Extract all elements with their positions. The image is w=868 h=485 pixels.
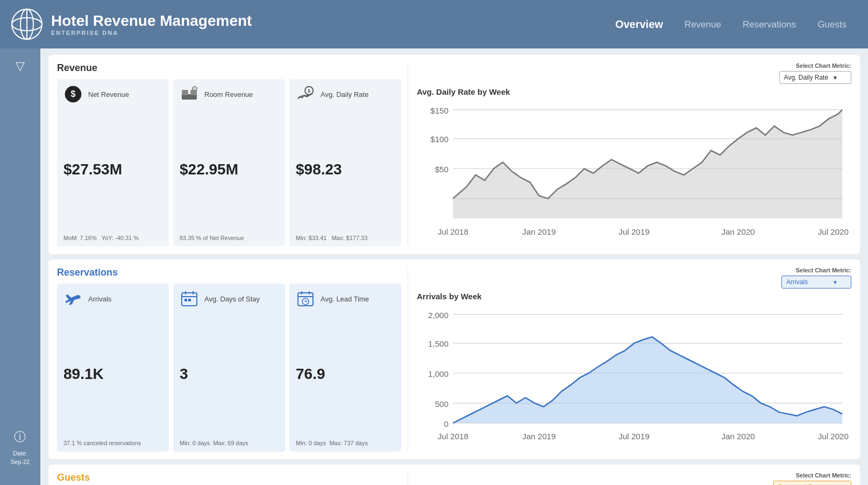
- bed-icon: $: [180, 85, 199, 104]
- avg-lead-card: Avg. Lead Time 76.9 Min: 0 days Max: 737…: [289, 284, 401, 451]
- calendar-clock-icon: [296, 289, 315, 308]
- info-icon[interactable]: ⓘ: [14, 429, 26, 445]
- dollar-icon: $: [63, 85, 83, 104]
- svg-rect-7: [182, 90, 188, 95]
- guests-title: Guests: [57, 472, 401, 483]
- nav-revenue[interactable]: Revenue: [685, 19, 721, 30]
- avg-daily-rate-header: $ Avg. Daily Rate: [296, 85, 395, 104]
- svg-text:Jan 2019: Jan 2019: [522, 432, 556, 441]
- avg-stay-header: Avg. Days of Stay: [180, 289, 279, 308]
- hand-dollar-icon: $: [296, 85, 315, 104]
- guests-metric-select: Select Chart Metric: Repeated Guests ▼: [773, 472, 851, 485]
- svg-text:$: $: [308, 88, 310, 94]
- svg-text:Jul 2019: Jul 2019: [618, 227, 649, 236]
- sidebar: ▽ ⓘ Date: Sep-22: [0, 48, 40, 485]
- reservations-section: Reservations Arrivals 89.1K: [48, 259, 860, 459]
- reservations-dropdown-arrow: ▼: [833, 279, 838, 285]
- net-revenue-card: $ Net Revenue $27.53M MoM: 7.16% YoY: -4…: [57, 79, 169, 247]
- reservations-dropdown[interactable]: Arrivals ▼: [781, 276, 851, 289]
- revenue-chart-top: Select Chart Metric: Avg. Daily Rate ▼: [417, 62, 851, 84]
- calendar-days-icon: [180, 289, 199, 308]
- avg-lead-value: 76.9: [296, 365, 395, 383]
- reservations-select-label: Select Chart Metric:: [796, 267, 851, 273]
- header: Hotel Revenue Management ENTERPRISE DNA …: [0, 0, 868, 48]
- svg-rect-29: [184, 299, 187, 301]
- svg-text:Jul 2020: Jul 2020: [818, 432, 849, 441]
- reservations-right: Select Chart Metric: Arrivals ▼ Arrivals…: [408, 267, 851, 451]
- logo: [11, 8, 43, 40]
- sidebar-bottom: ⓘ Date: Sep-22: [11, 429, 30, 474]
- revenue-select-label: Select Chart Metric:: [796, 62, 851, 69]
- reservations-chart: 2,000 1,500 1,000 500 0 Jul 2018 Jan 201…: [417, 304, 851, 451]
- guests-select-label: Select Chart Metric:: [796, 472, 851, 479]
- room-revenue-header: $ Room Revenue: [180, 85, 279, 104]
- reservations-left: Reservations Arrivals 89.1K: [57, 267, 401, 451]
- svg-text:0: 0: [444, 419, 448, 428]
- avg-stay-card: Avg. Days of Stay 3 Min: 0 days Max: 69 …: [173, 284, 285, 451]
- room-revenue-sub: 83.35 % of Net Revenue: [180, 235, 279, 241]
- svg-text:2,000: 2,000: [428, 311, 449, 320]
- net-revenue-sub: MoM: 7.16% YoY: -40.31 %: [63, 235, 162, 241]
- revenue-chart: $150 $100 $50 Jul 2018 Jan 2019 Jul 2019…: [417, 100, 851, 247]
- avg-daily-rate-sub: Min: $33.41 Max: $177.33: [296, 235, 395, 241]
- guests-section: Guests: [48, 465, 860, 485]
- avg-daily-rate-label: Avg. Daily Rate: [321, 90, 368, 99]
- avg-lead-label: Avg. Lead Time: [321, 295, 369, 303]
- svg-rect-31: [298, 293, 313, 306]
- arrivals-header: Arrivals: [63, 289, 162, 308]
- nav-reservations[interactable]: Reservations: [743, 19, 796, 30]
- app-subtitle: ENTERPRISE DNA: [51, 30, 252, 36]
- svg-text:Jan 2020: Jan 2020: [721, 227, 755, 236]
- room-revenue-value: $22.95M: [180, 161, 279, 178]
- revenue-chart-title: Avg. Daily Rate by Week: [417, 87, 851, 96]
- filter-icon[interactable]: ▽: [16, 59, 25, 73]
- reservations-chart-title: Arrivals by Week: [417, 292, 851, 301]
- svg-text:Jul 2020: Jul 2020: [818, 227, 849, 236]
- net-revenue-header: $ Net Revenue: [63, 85, 162, 104]
- svg-rect-30: [188, 299, 191, 301]
- svg-text:Jan 2020: Jan 2020: [721, 432, 755, 441]
- guests-dropdown[interactable]: Repeated Guests ▼: [773, 481, 851, 485]
- avg-stay-value: 3: [180, 365, 279, 383]
- revenue-metric-select: Select Chart Metric: Avg. Daily Rate ▼: [779, 62, 851, 84]
- reservations-title: Reservations: [57, 267, 401, 278]
- svg-text:Jul 2019: Jul 2019: [618, 432, 649, 441]
- room-revenue-label: Room Revenue: [204, 90, 253, 99]
- revenue-dropdown[interactable]: Avg. Daily Rate ▼: [779, 71, 851, 84]
- main-content: Revenue $ Net Revenue: [40, 48, 868, 485]
- header-title-block: Hotel Revenue Management ENTERPRISE DNA: [51, 12, 252, 36]
- svg-text:Jul 2018: Jul 2018: [438, 227, 468, 236]
- reservations-metric-select: Select Chart Metric: Arrivals ▼: [781, 267, 851, 289]
- arrivals-card: Arrivals 89.1K 37.1 % canceled reservati…: [57, 284, 169, 451]
- revenue-right: Select Chart Metric: Avg. Daily Rate ▼ A…: [408, 62, 851, 247]
- main-nav: Overview Revenue Reservations Guests: [615, 18, 846, 31]
- guests-right: Select Chart Metric: Repeated Guests ▼ R…: [408, 472, 851, 485]
- revenue-section: Revenue $ Net Revenue: [48, 55, 860, 254]
- revenue-title: Revenue: [57, 62, 401, 74]
- revenue-left: Revenue $ Net Revenue: [57, 62, 401, 247]
- revenue-dropdown-arrow: ▼: [833, 75, 838, 81]
- avg-lead-header: Avg. Lead Time: [296, 289, 395, 308]
- svg-text:500: 500: [435, 399, 449, 409]
- svg-text:$: $: [71, 89, 76, 99]
- room-revenue-card: $ Room Revenue $22.95M 83.35 % of Net Re…: [173, 79, 285, 247]
- svg-text:1,500: 1,500: [428, 340, 449, 349]
- avg-daily-rate-card: $ Avg. Daily Rate $98.23 Min: $33.41 Max…: [289, 79, 401, 247]
- arrivals-sub: 37.1 % canceled reservations: [63, 440, 162, 446]
- svg-text:1,000: 1,000: [428, 369, 449, 378]
- nav-overview[interactable]: Overview: [615, 18, 663, 31]
- reservations-chart-top: Select Chart Metric: Arrivals ▼: [417, 267, 851, 289]
- reservations-cards: Arrivals 89.1K 37.1 % canceled reservati…: [57, 284, 401, 451]
- avg-lead-sub: Min: 0 days Max: 737 days: [296, 440, 395, 446]
- avg-stay-label: Avg. Days of Stay: [204, 295, 260, 303]
- arrivals-label: Arrivals: [88, 295, 111, 303]
- avg-stay-sub: Min: 0 days Max: 69 days: [180, 440, 279, 446]
- svg-text:Jan 2019: Jan 2019: [522, 227, 556, 236]
- net-revenue-value: $27.53M: [63, 161, 162, 178]
- app-title: Hotel Revenue Management: [51, 12, 252, 30]
- net-revenue-label: Net Revenue: [88, 90, 129, 99]
- arrivals-value: 89.1K: [63, 365, 162, 383]
- guests-chart-top: Select Chart Metric: Repeated Guests ▼: [417, 472, 851, 485]
- nav-guests[interactable]: Guests: [817, 19, 846, 30]
- sidebar-date: Date: Sep-22: [11, 449, 30, 466]
